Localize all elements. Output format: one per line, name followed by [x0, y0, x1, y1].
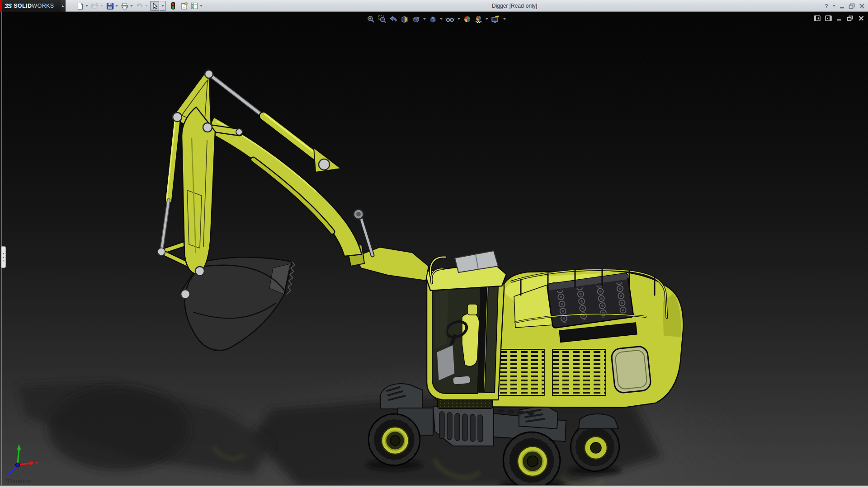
previous-view-button[interactable] — [388, 14, 399, 24]
menu-flyout-arrow[interactable]: ▸ — [61, 0, 66, 12]
minimize-icon — [839, 3, 845, 9]
file-properties-button[interactable] — [180, 1, 189, 11]
color-ball-icon — [463, 15, 472, 23]
graphics-viewport: ◂ ◂ ◂ x *Dimetric — [0, 12, 868, 485]
edit-appearance-button[interactable] — [462, 14, 473, 24]
new-document-icon — [76, 2, 84, 10]
file-properties-icon — [180, 2, 189, 10]
display-style-caret[interactable] — [440, 18, 443, 20]
view-orientation-caret[interactable] — [423, 18, 426, 20]
close-document-button[interactable] — [858, 14, 864, 22]
view-settings-icon — [491, 15, 500, 23]
select-cursor-icon — [151, 2, 158, 10]
zoom-to-fit-icon — [367, 15, 375, 23]
titlebar-controls: ? — [823, 0, 865, 12]
zoom-to-area-icon — [378, 15, 387, 23]
show-left-pane-button[interactable] — [814, 14, 821, 22]
document-window-controls — [814, 14, 864, 22]
apply-scene-button[interactable] — [473, 14, 484, 24]
title-bar: 3S SOLIDWORKS ▸ — [0, 0, 868, 12]
close-document-icon — [858, 15, 864, 21]
options-dropdown-caret[interactable] — [200, 5, 203, 7]
main-toolbar — [75, 0, 204, 12]
hide-show-items-button[interactable] — [444, 14, 456, 24]
model-canvas[interactable] — [0, 12, 868, 485]
show-right-pane-button[interactable] — [825, 14, 832, 22]
solidworks-window: 3S SOLIDWORKS ▸ — [0, 0, 868, 488]
previous-view-icon — [389, 15, 398, 23]
section-view-icon — [401, 15, 409, 23]
help-button[interactable]: ? — [823, 1, 830, 11]
help-dropdown-caret[interactable] — [833, 5, 835, 7]
zoom-to-fit-button[interactable] — [365, 14, 377, 24]
new-dropdown-caret[interactable] — [85, 5, 88, 7]
restore-button[interactable] — [848, 1, 855, 11]
save-dropdown-caret[interactable] — [115, 5, 118, 7]
undo-dropdown-caret[interactable] — [145, 5, 148, 7]
document-title: Digger [Read-only] — [492, 3, 537, 9]
print-button[interactable] — [120, 1, 129, 11]
view-orientation-label: *Dimetric — [5, 478, 31, 484]
minimize-document-icon — [836, 15, 842, 21]
select-tool-button[interactable] — [150, 1, 159, 11]
hide-show-items-caret[interactable] — [458, 18, 460, 20]
open-dropdown-caret[interactable] — [100, 5, 103, 7]
options-button[interactable] — [190, 1, 199, 11]
view-orientation-button[interactable] — [410, 14, 422, 24]
brand-name-bold: SOLID — [14, 3, 32, 9]
restore-icon — [849, 3, 855, 9]
bucket-cylinder — [162, 119, 177, 248]
view-settings-caret[interactable] — [503, 18, 506, 20]
heads-up-view-toolbar — [365, 14, 507, 24]
minimize-button[interactable] — [838, 1, 845, 11]
status-bar — [0, 485, 868, 488]
ds-logo-icon: 3S — [5, 2, 11, 9]
brand-name-light: WORKS — [32, 3, 54, 9]
display-style-button[interactable] — [427, 14, 439, 24]
options-list-icon — [190, 2, 198, 10]
section-view-button[interactable] — [399, 14, 410, 24]
cab — [424, 251, 506, 400]
close-button[interactable] — [858, 1, 865, 11]
zoom-to-area-button[interactable] — [377, 14, 388, 24]
minimize-document-button[interactable] — [836, 14, 842, 22]
close-icon — [859, 3, 865, 9]
print-icon — [121, 2, 129, 10]
display-style-cube-icon — [429, 15, 437, 23]
select-dropdown-caret[interactable] — [160, 1, 166, 11]
print-dropdown-caret[interactable] — [130, 5, 133, 7]
open-button[interactable] — [90, 1, 99, 11]
eyeglasses-icon — [445, 15, 455, 23]
save-floppy-icon — [106, 2, 114, 10]
save-button[interactable] — [105, 1, 114, 11]
solidworks-logo: 3S SOLIDWORKS — [2, 0, 61, 12]
view-settings-button[interactable] — [490, 14, 502, 24]
traffic-light-icon — [170, 2, 177, 10]
pane-right-icon — [825, 15, 832, 21]
restore-document-button[interactable] — [847, 14, 854, 22]
feature-manager-splitter-tab[interactable]: ◂ ◂ ◂ — [1, 246, 6, 268]
triad-x-label: x — [35, 460, 38, 465]
apply-scene-caret[interactable] — [486, 18, 488, 20]
rebuild-button[interactable] — [169, 1, 178, 11]
pane-left-icon — [814, 15, 821, 21]
undo-arrow-icon — [136, 2, 144, 10]
undo-button[interactable] — [135, 1, 144, 11]
open-folder-icon — [91, 2, 99, 10]
scene-ball-icon — [474, 15, 483, 23]
view-orientation-cube-icon — [412, 15, 420, 23]
orientation-triad: x — [4, 442, 42, 480]
new-document-button[interactable] — [75, 1, 85, 11]
stick-arm — [182, 107, 215, 273]
restore-document-icon — [847, 15, 854, 21]
